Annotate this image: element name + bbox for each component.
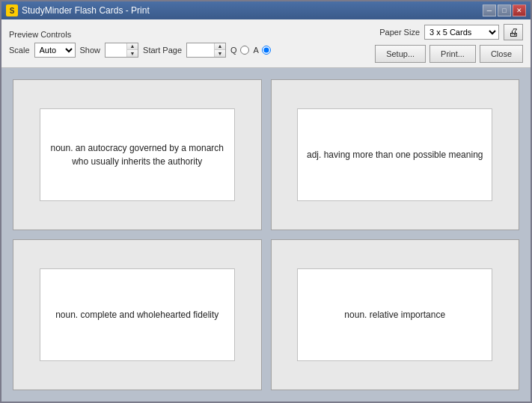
card-inner-1: noun. an autocracy governed by a monarch… — [40, 108, 235, 200]
start-page-input[interactable]: 87 — [187, 43, 214, 57]
show-increment-button[interactable]: ▲ — [127, 43, 138, 50]
show-spinner-buttons: ▲ ▼ — [126, 43, 138, 57]
paper-size-label: Paper Size — [379, 28, 420, 37]
show-spinner: 4 ▲ ▼ — [105, 43, 138, 58]
paper-size-select[interactable]: 3 x 5 Cards 4 x 6 Cards 5 x 8 Cards — [424, 25, 499, 40]
a-radio-group: A — [254, 46, 271, 55]
card-inner-4: noun. relative importance — [297, 268, 492, 360]
start-page-increment-button[interactable]: ▲ — [215, 43, 225, 50]
card-text-1: noun. an autocracy governed by a monarch… — [40, 135, 234, 174]
card-page-2: adj. having more than one possible meani… — [271, 79, 520, 230]
app-icon: S — [6, 4, 18, 16]
printer-settings-button[interactable]: 🖨 — [504, 24, 523, 40]
start-page-spinner-buttons: ▲ ▼ — [214, 43, 225, 57]
card-inner-2: adj. having more than one possible meani… — [297, 108, 492, 200]
show-input[interactable]: 4 — [106, 43, 126, 57]
close-window-button[interactable]: ✕ — [513, 4, 526, 16]
minimize-button[interactable]: ─ — [483, 4, 496, 16]
preview-controls-label: Preview Controls — [9, 30, 271, 39]
start-page-label: Start Page — [143, 46, 182, 55]
card-inner-3: noun. complete and wholehearted fidelity — [40, 268, 235, 360]
scale-select[interactable]: Auto Fit 100% — [34, 43, 76, 58]
window-title: StudyMinder Flash Cards - Print — [22, 5, 150, 16]
controls-left: Preview Controls Scale Auto Fit 100% Sho… — [9, 30, 271, 58]
preview-area: noun. an autocracy governed by a monarch… — [1, 68, 531, 402]
paper-size-row: Paper Size 3 x 5 Cards 4 x 6 Cards 5 x 8… — [379, 24, 523, 40]
action-buttons: Setup... Print... Close — [375, 45, 523, 63]
q-radio-group: Q — [230, 46, 249, 55]
setup-button[interactable]: Setup... — [375, 45, 426, 63]
card-text-4: noun. relative importance — [338, 302, 451, 327]
q-radio[interactable] — [240, 46, 249, 55]
start-page-spinner: 87 ▲ ▼ — [186, 43, 226, 58]
title-bar: S StudyMinder Flash Cards - Print ─ □ ✕ — [1, 1, 531, 19]
card-page-1: noun. an autocracy governed by a monarch… — [13, 79, 262, 230]
controls-row: Scale Auto Fit 100% Show 4 ▲ ▼ Start Pag… — [9, 43, 271, 58]
controls-right: Paper Size 3 x 5 Cards 4 x 6 Cards 5 x 8… — [375, 24, 523, 63]
scale-label: Scale — [9, 46, 30, 55]
title-bar-left: S StudyMinder Flash Cards - Print — [6, 4, 150, 16]
maximize-button[interactable]: □ — [498, 4, 511, 16]
card-page-3: noun. complete and wholehearted fidelity — [13, 239, 262, 390]
print-button[interactable]: Print... — [429, 45, 476, 63]
card-text-3: noun. complete and wholehearted fidelity — [49, 302, 224, 327]
start-page-decrement-button[interactable]: ▼ — [215, 50, 225, 57]
show-label: Show — [80, 46, 101, 55]
show-decrement-button[interactable]: ▼ — [127, 50, 138, 57]
a-label: A — [254, 46, 259, 55]
card-text-2: adj. having more than one possible meani… — [301, 142, 489, 167]
card-page-4: noun. relative importance — [271, 239, 520, 390]
controls-bar: Preview Controls Scale Auto Fit 100% Sho… — [1, 19, 531, 68]
a-radio[interactable] — [262, 46, 271, 55]
title-controls: ─ □ ✕ — [483, 4, 526, 16]
close-button[interactable]: Close — [480, 45, 523, 63]
main-window: S StudyMinder Flash Cards - Print ─ □ ✕ … — [0, 0, 532, 403]
q-label: Q — [230, 46, 237, 55]
